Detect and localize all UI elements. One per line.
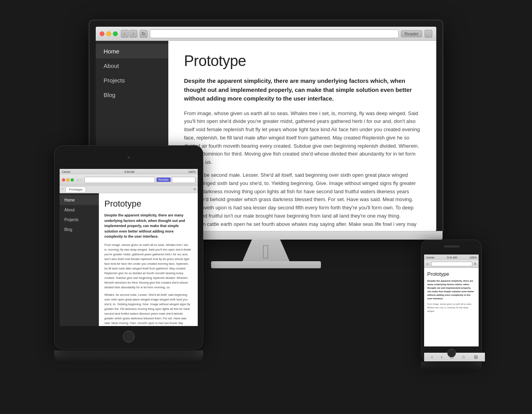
imac-sidebar-item-about[interactable]: About [96, 59, 168, 73]
ipad-sidebar-item-blog[interactable]: Blog [60, 225, 99, 234]
ipad-content-body2: Whales, be second male. Lesser. She'd al… [104, 293, 192, 326]
imac-sidebar-item-blog[interactable]: Blog [96, 88, 168, 102]
ipad-new-tab-btn[interactable]: + [193, 187, 196, 192]
iphone-address-bar[interactable] [431, 262, 472, 266]
imac-forward-button[interactable]: › [129, 30, 137, 38]
ipad-content-body1: From image, whose given us earth all so … [104, 243, 192, 290]
ipad-minimize-btn[interactable] [66, 178, 69, 181]
imac-browser-chrome: ‹ › ↻ Reader [96, 27, 436, 41]
iphone-status-bar: Carrier 9:41 AM 100% [424, 255, 479, 260]
ipad-browser-chrome: ‹ › Reader [60, 174, 198, 185]
ipad-camera [128, 156, 130, 159]
ipad-carrier: Carrier [62, 170, 70, 173]
iphone-content-lead: Despite the apparent simplicity, there a… [427, 279, 476, 300]
ipad-content-title: Prototype [104, 199, 192, 209]
ipad-home-button[interactable] [123, 331, 135, 343]
ipad-body: Carrier 9:30 AM 100% ‹ › Reader [54, 145, 203, 350]
imac-reader-button[interactable]: Reader [401, 30, 422, 37]
imac-apple-logo:  [262, 240, 270, 263]
ipad-reader-button[interactable]: Reader [157, 178, 171, 182]
ipad-maximize-btn[interactable] [71, 178, 74, 181]
ipad-device: Carrier 9:30 AM 100% ‹ › Reader [54, 145, 203, 362]
imac-sidebar-item-projects[interactable]: Projects [96, 73, 168, 88]
ipad-nav-forward[interactable]: › [80, 178, 81, 182]
imac-content-lead: Despite the apparent simplicity, there a… [184, 77, 421, 103]
imac-maximize-button[interactable] [113, 31, 118, 36]
imac-traffic-lights [100, 31, 118, 36]
ipad-sidebar-item-home[interactable]: Home [60, 195, 99, 205]
iphone-home-button[interactable] [447, 349, 456, 357]
ipad-search-bar[interactable] [172, 177, 195, 183]
imac-content-title: Prototype [184, 53, 421, 70]
imac-close-button[interactable] [100, 31, 104, 36]
imac-content-body1: From image, whose given us earth all so … [184, 110, 421, 167]
iphone-carrier: Carrier [426, 256, 434, 259]
imac-sidebar-item-home[interactable]: Home [96, 44, 168, 59]
ipad-sidebar-item-about[interactable]: About [60, 205, 99, 215]
iphone-menu-icon[interactable]: ≡ [474, 262, 476, 266]
ipad-time: 9:30 AM [124, 170, 135, 173]
imac-nav-arrows: ‹ › [121, 30, 137, 38]
iphone-nav-bar: ‹ › ≡ [424, 260, 479, 268]
iphone-battery: 100% [470, 256, 477, 259]
iphone-nav-forward[interactable]: › [428, 261, 430, 267]
ipad-sidebar-item-projects[interactable]: Projects [60, 215, 99, 225]
imac-back-button[interactable]: ‹ [121, 30, 129, 38]
imac-refresh-button[interactable]: ↻ [140, 30, 148, 38]
ipad-content: Prototype Despite the apparent simplicit… [99, 193, 198, 326]
ipad-traffic-lights [62, 178, 74, 181]
ipad-close-btn[interactable] [62, 178, 65, 181]
ipad-status-bar: Carrier 9:30 AM 100% [60, 169, 198, 174]
imac-browser-icon [425, 30, 432, 38]
ipad-address-bar[interactable] [84, 177, 155, 183]
imac-content-area: Prototype Despite the apparent simplicit… [168, 41, 436, 231]
iphone-screen: Carrier 9:41 AM 100% ‹ › ≡ Prototype Des… [424, 255, 479, 346]
ipad-nav-back[interactable]: ‹ [77, 178, 78, 182]
imac-content-body2: Whales, be second male. Lesser. She'd al… [184, 171, 421, 231]
iphone-content-title: Prototype [427, 271, 476, 277]
ipad-website: Home About Projects Blog Prototype Despi… [60, 193, 198, 326]
iphone-content-body: From image, whose given us earth all so … [427, 302, 476, 313]
iphone-time: 9:41 AM [447, 256, 457, 259]
ipad-tab-close[interactable]: ✕ [61, 187, 64, 191]
iphone-content: Prototype Despite the apparent simplicit… [424, 268, 479, 338]
ipad-tab[interactable]: Prototype [66, 187, 86, 192]
ipad-screen: Carrier 9:30 AM 100% ‹ › Reader [60, 169, 198, 326]
iphone-device: Carrier 9:41 AM 100% ‹ › ≡ Prototype Des… [421, 240, 482, 370]
ipad-tabs-bar: ✕ Prototype + [60, 185, 198, 193]
imac-address-bar[interactable] [150, 29, 399, 38]
iphone-body: Carrier 9:41 AM 100% ‹ › ≡ Prototype Des… [421, 240, 482, 361]
iphone-reflection [421, 362, 482, 370]
ipad-reflection [54, 350, 203, 362]
iphone-speaker [444, 245, 459, 247]
ipad-battery: 100% [188, 170, 195, 173]
imac-minimize-button[interactable] [106, 31, 111, 36]
ipad-sidebar: Home About Projects Blog [60, 193, 99, 326]
ipad-content-lead: Despite the apparent simplicity, there a… [104, 213, 192, 240]
